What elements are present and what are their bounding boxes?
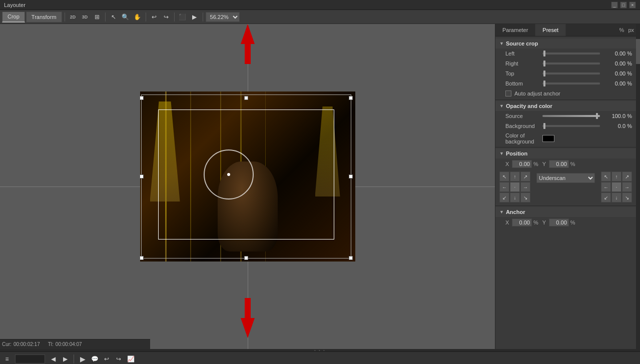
- play-button[interactable]: ▶: [78, 354, 88, 364]
- timeline-area: ≡ ◀ ▶ ▶ 💬 ↩ ↪ 📈 ▼ Layouter ◆ ◀ ▶: [0, 351, 640, 364]
- position-label: Position: [506, 150, 527, 156]
- position-y-input[interactable]: [549, 160, 569, 168]
- anchor-header[interactable]: ▼ Anchor: [495, 207, 636, 217]
- top-label: Top: [505, 70, 540, 76]
- pos-bottom[interactable]: ↓: [510, 192, 520, 202]
- minimize-button[interactable]: _: [611, 2, 618, 8]
- panel-tabs: Parameter Preset % px: [495, 24, 636, 36]
- top-slider-track: [542, 72, 600, 74]
- mode-2d-button[interactable]: 2D: [68, 12, 79, 22]
- percent-label: %: [615, 24, 628, 36]
- color-background-row: Color of background: [495, 131, 636, 146]
- pos-left[interactable]: ←: [499, 182, 509, 192]
- chart-button[interactable]: 📈: [126, 354, 136, 364]
- left-param-row: Left 0.00 %: [495, 48, 636, 58]
- pos-top[interactable]: ↑: [510, 172, 520, 182]
- handle-top-right[interactable]: [349, 96, 353, 100]
- handle-bottom-center[interactable]: [244, 256, 248, 260]
- left-slider-track: [542, 52, 600, 54]
- color-label: Color of background: [505, 132, 540, 144]
- pan-button[interactable]: ✋: [132, 12, 143, 22]
- parameter-tab[interactable]: Parameter: [495, 24, 535, 36]
- opacity-color-header[interactable]: ▼ Opacity and color: [495, 101, 636, 111]
- transform-tab[interactable]: Transform: [26, 12, 62, 22]
- anchor-circle: [204, 150, 254, 200]
- undo-button[interactable]: ↩: [149, 12, 160, 22]
- handle-mid-right[interactable]: [349, 174, 353, 178]
- position-header[interactable]: ▼ Position: [495, 148, 636, 158]
- repeat-button[interactable]: ↪: [114, 354, 124, 364]
- crop-tab[interactable]: Crop: [2, 12, 25, 22]
- right-slider-track: [542, 62, 600, 64]
- preset-tab[interactable]: Preset: [535, 24, 566, 36]
- handle-bottom-left[interactable]: [140, 256, 144, 260]
- anchor-arrow: ▼: [499, 210, 504, 214]
- pos2-topright[interactable]: ↗: [622, 172, 632, 182]
- anchor-x-group: X %: [505, 218, 538, 226]
- mode-3d-button[interactable]: 3D: [80, 12, 91, 22]
- underscan-row: Underscan Overscan Custom: [532, 172, 599, 184]
- maximize-button[interactable]: □: [620, 2, 627, 8]
- background-slider[interactable]: [542, 125, 600, 127]
- handle-mid-left[interactable]: [140, 174, 144, 178]
- pos2-bottomleft[interactable]: ↙: [601, 192, 611, 202]
- loop-button[interactable]: ↩: [102, 354, 112, 364]
- source-crop-header[interactable]: ▼ Source crop: [495, 38, 636, 48]
- position-x-input[interactable]: [512, 160, 532, 168]
- background-opacity-row: Background 0.0 %: [495, 121, 636, 131]
- pos2-center[interactable]: ·: [611, 182, 621, 192]
- handle-bottom-right[interactable]: [349, 256, 353, 260]
- position-grid-area: ↖ ↑ ↗ ← · → ↙ ↓ ↘ Underscan: [495, 170, 636, 204]
- bottom-slider-track: [542, 82, 600, 84]
- handle-top-left[interactable]: [140, 96, 144, 100]
- canvas-area[interactable]: [0, 24, 495, 349]
- bottom-slider[interactable]: [542, 82, 600, 84]
- pos2-top[interactable]: ↑: [611, 172, 621, 182]
- auto-adjust-checkbox[interactable]: [505, 90, 511, 96]
- zoom-select[interactable]: 25% 50% 56.22% 75% 100% 200%: [206, 12, 240, 22]
- pos-center[interactable]: ·: [510, 182, 520, 192]
- underscan-select[interactable]: Underscan Overscan Custom: [536, 173, 595, 183]
- color-swatch[interactable]: [542, 135, 554, 142]
- close-button[interactable]: ×: [629, 2, 636, 8]
- anchor-x-input[interactable]: [512, 218, 532, 226]
- view-button[interactable]: ▶: [189, 12, 200, 22]
- divider-3: [495, 206, 636, 206]
- right-slider[interactable]: [542, 62, 600, 64]
- timeline-next-button[interactable]: ▶: [60, 354, 70, 364]
- anchor-center-dot: [227, 173, 230, 176]
- source-opacity-row: Source 100.0 %: [495, 111, 636, 121]
- right-scrollbar[interactable]: [636, 24, 640, 349]
- pos2-topleft[interactable]: ↖: [601, 172, 611, 182]
- pos-bottomright[interactable]: ↘: [520, 192, 530, 202]
- pos2-bottomright[interactable]: ↘: [622, 192, 632, 202]
- pos-bottomleft[interactable]: ↙: [499, 192, 509, 202]
- top-slider[interactable]: [542, 72, 600, 74]
- pos2-right[interactable]: →: [622, 182, 632, 192]
- redo-button[interactable]: ↪: [161, 12, 172, 22]
- comment-button[interactable]: 💬: [90, 354, 100, 364]
- select-button[interactable]: ↖: [108, 12, 119, 22]
- anchor-y-group: Y %: [542, 218, 575, 226]
- inner-crop-rect: [158, 110, 334, 240]
- pos2-left[interactable]: ←: [601, 182, 611, 192]
- fit-button[interactable]: ⬛: [177, 12, 188, 22]
- pos-topright[interactable]: ↗: [520, 172, 530, 182]
- position-arrow-grid-2: ↖ ↑ ↗ ← · → ↙ ↓ ↘: [601, 172, 632, 202]
- grid-button[interactable]: ⊞: [92, 12, 103, 22]
- timeline-menu-button[interactable]: ≡: [2, 354, 12, 364]
- right-scrollbar-thumb[interactable]: [636, 39, 640, 64]
- left-slider[interactable]: [542, 52, 600, 54]
- anchor-y-input[interactable]: [549, 218, 569, 226]
- handle-top-center[interactable]: [244, 96, 248, 100]
- timeline-scroll-indicator: [15, 354, 45, 364]
- pos-topleft[interactable]: ↖: [499, 172, 509, 182]
- pos2-bottom[interactable]: ↓: [611, 192, 621, 202]
- red-arrow-down: [238, 298, 258, 339]
- timeline-prev-button[interactable]: ◀: [48, 354, 58, 364]
- source-slider[interactable]: [542, 115, 600, 117]
- position-arrow-grid-1: ↖ ↑ ↗ ← · → ↙ ↓ ↘: [499, 172, 530, 202]
- bottom-label: Bottom: [505, 80, 540, 86]
- pos-right[interactable]: →: [520, 182, 530, 192]
- zoom-tool-button[interactable]: 🔍: [120, 12, 131, 22]
